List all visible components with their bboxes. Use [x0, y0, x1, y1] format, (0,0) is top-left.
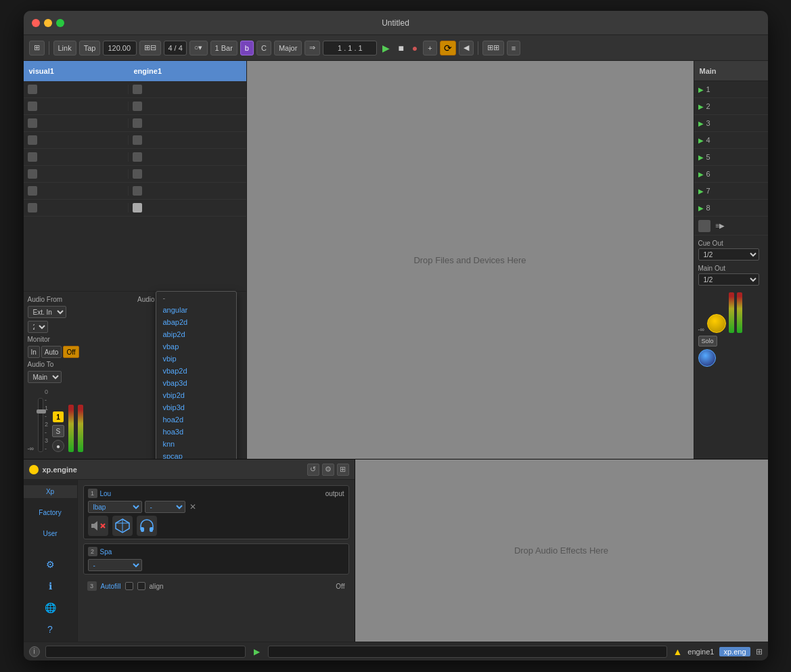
sidebar-help-icon[interactable]: ? [43, 623, 57, 636]
status-play-btn[interactable]: ▶ [251, 647, 263, 656]
menu-btn[interactable]: ≡ [507, 41, 520, 55]
slot-select-1[interactable]: lbap [88, 501, 142, 513]
grid-view-btn[interactable]: ⊞ [29, 41, 45, 55]
clip-slot[interactable] [28, 203, 37, 212]
dropdown-item[interactable]: vbip3d [156, 401, 236, 413]
visual-track-header[interactable]: visual1 [24, 61, 129, 81]
dropdown-item[interactable]: knn [156, 438, 236, 450]
cue-out-select[interactable]: 1/2 [698, 248, 759, 261]
device-close-btn[interactable]: ⊞ [337, 464, 349, 476]
audio-from-select[interactable]: Ext. In [28, 306, 66, 318]
clip-slot[interactable] [28, 85, 37, 94]
minimize-button[interactable] [44, 19, 52, 27]
visual-cell[interactable] [24, 152, 129, 162]
close-button[interactable] [32, 19, 40, 27]
clip-slot[interactable] [133, 152, 142, 162]
dropdown-item[interactable]: hoa3d [156, 426, 236, 438]
tab-user[interactable]: User [24, 527, 77, 540]
sidebar-settings-icon[interactable]: ⚙ [43, 558, 57, 571]
clip-slot[interactable] [28, 118, 37, 128]
scene-play-btn[interactable]: ▶ [698, 86, 704, 93]
bpm-display[interactable]: 120.00 [103, 41, 137, 55]
scene-play-btn[interactable]: ▶ [698, 103, 704, 110]
main-out-select[interactable]: 1/2 [698, 273, 759, 286]
scene-play-btn[interactable]: ▶ [698, 204, 704, 212]
link-btn[interactable]: Link [53, 41, 76, 55]
main-volume-knob[interactable] [707, 314, 726, 333]
play-button[interactable]: ▶ [380, 41, 392, 55]
scene-play-btn[interactable]: ▶ [698, 120, 704, 127]
align-checkbox[interactable] [137, 582, 145, 590]
main-solo-btn[interactable]: Solo [698, 336, 717, 346]
clip-slot[interactable] [28, 152, 37, 162]
cube-icon[interactable] [112, 516, 133, 536]
slot-select-3[interactable]: - [88, 559, 142, 571]
slot-remove-1[interactable]: ✕ [189, 502, 196, 512]
dropdown-item[interactable]: angular [156, 304, 236, 316]
audio-to-select[interactable]: Main [28, 371, 62, 383]
monitor-off-btn[interactable]: Off [63, 346, 78, 358]
dropdown-item[interactable]: abap2d [156, 316, 236, 328]
grid-lines-btn[interactable]: ⊞⊞ [482, 41, 504, 55]
engine-track-header[interactable]: engine1 [129, 61, 246, 81]
position-display[interactable]: 1 . 1 . 1 [323, 41, 377, 55]
clip-slot[interactable] [133, 186, 142, 196]
clip-slot[interactable] [133, 135, 142, 145]
dropdown-item[interactable]: vbap3d [156, 377, 236, 389]
scene-play-btn[interactable]: ▶ [698, 154, 704, 161]
clip-slot[interactable] [133, 85, 142, 94]
engine-cell[interactable] [129, 152, 246, 162]
headphones-icon[interactable] [137, 516, 157, 536]
dropdown-item[interactable]: abip2d [156, 328, 236, 340]
slot-select-2[interactable]: - [145, 501, 185, 513]
sidebar-globe-icon[interactable]: 🌐 [43, 601, 57, 614]
metronome-btn[interactable]: ○▾ [189, 41, 208, 55]
dropdown-item[interactable]: vbap2d [156, 365, 236, 377]
mute-button[interactable]: ● [52, 440, 64, 452]
dropdown-item[interactable]: vbap [156, 340, 236, 353]
engine-cell[interactable] [129, 102, 246, 111]
stop-button[interactable]: ■ [395, 41, 406, 55]
engine-cell[interactable] [129, 85, 246, 94]
visual-cell[interactable] [24, 85, 129, 94]
visual-cell[interactable] [24, 203, 129, 212]
engine-cell[interactable] [129, 169, 246, 179]
tab-xp[interactable]: Xp [24, 485, 77, 498]
scene-list-btn[interactable]: ≡▶ [716, 222, 725, 229]
clip-slot[interactable] [28, 186, 37, 196]
back-btn[interactable]: ◀ [459, 41, 474, 55]
mute-icon[interactable] [88, 516, 108, 536]
dropdown-item[interactable]: spcap [156, 450, 236, 459]
device-reload-btn[interactable]: ↺ [307, 464, 319, 476]
engine-cell[interactable] [129, 135, 246, 145]
clip-slot[interactable] [28, 135, 37, 145]
follow-btn[interactable]: ⇒ [304, 41, 320, 55]
monitor-auto-btn[interactable]: Auto [41, 346, 62, 358]
clip-slot[interactable] [133, 169, 142, 179]
visual-cell[interactable] [24, 186, 129, 196]
sidebar-info-icon[interactable]: ℹ [43, 579, 57, 593]
tab-factory[interactable]: Factory [24, 506, 77, 519]
quantize-btn[interactable]: b [240, 41, 254, 55]
fx-drop-zone[interactable]: Drop Audio Effects Here [355, 460, 768, 642]
channel-select[interactable]: 2 [28, 321, 48, 333]
clip-slot[interactable] [28, 169, 37, 179]
time-signature[interactable]: 4 / 4 [164, 41, 186, 55]
device-settings-btn[interactable]: ⚙ [322, 464, 334, 476]
stop-all-btn[interactable] [698, 220, 710, 232]
engine-cell[interactable] [129, 186, 246, 196]
clip-slot[interactable] [133, 203, 142, 212]
scene-play-btn[interactable]: ▶ [698, 187, 704, 195]
visual-cell[interactable] [24, 102, 129, 111]
scene-play-btn[interactable]: ▶ [698, 171, 704, 178]
add-btn[interactable]: + [423, 41, 436, 55]
clip-slot[interactable] [28, 102, 37, 111]
visual-cell[interactable] [24, 118, 129, 128]
clip-slot[interactable] [133, 118, 142, 128]
tap-btn[interactable]: Tap [79, 41, 101, 55]
clip-slot[interactable] [133, 102, 142, 111]
dropdown-item[interactable]: vbip [156, 353, 236, 365]
engine-cell[interactable] [129, 203, 246, 212]
arrangement-drop-zone[interactable]: Drop Files and Devices Here [247, 61, 694, 459]
monitor-in-btn[interactable]: In [28, 346, 40, 358]
